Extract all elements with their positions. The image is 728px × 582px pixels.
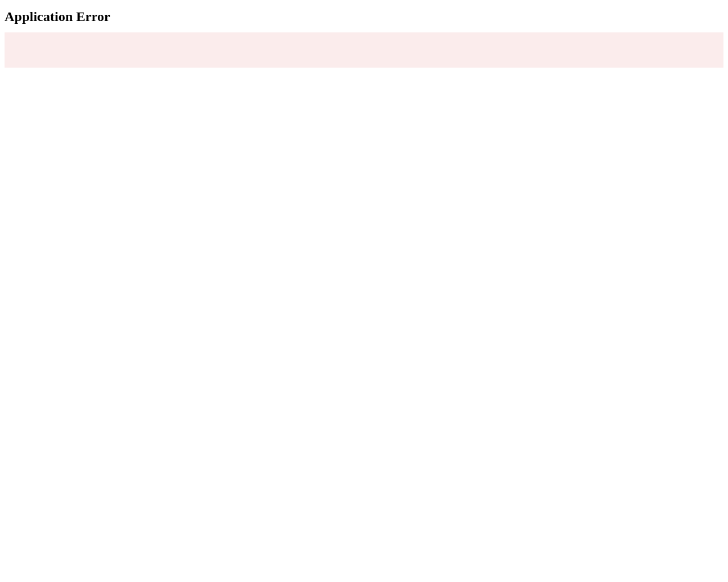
page-title: Application Error (5, 9, 723, 24)
error-message-panel (5, 32, 723, 68)
